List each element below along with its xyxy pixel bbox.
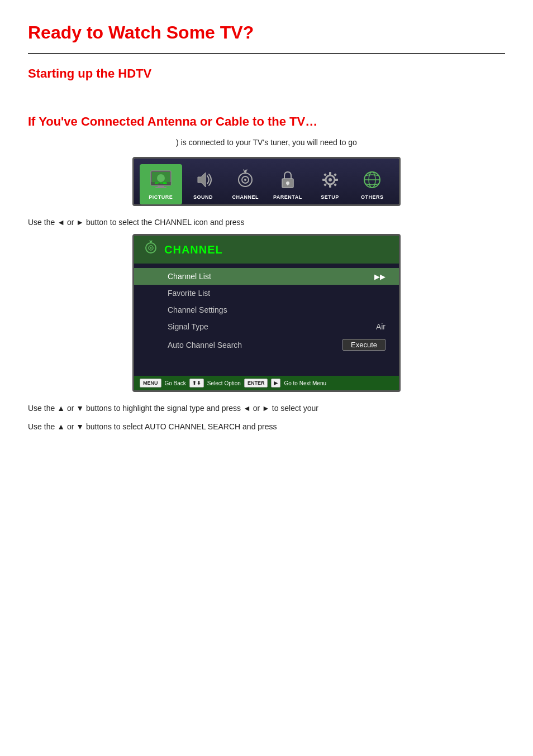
sound-label: SOUND <box>193 194 213 200</box>
execute-button[interactable]: Execute <box>342 339 386 351</box>
auto-channel-search-row: Auto Channel Search Execute <box>134 335 399 355</box>
enter-arrow: ▶ <box>271 379 280 387</box>
tv-menu-item-setup: SETUP <box>309 164 351 204</box>
channel-panel: CHANNEL Channel List ▶▶ Favorite List Ch… <box>132 234 401 392</box>
sound-icon <box>191 168 216 192</box>
tv-menu-item-parental: PARENTAL <box>266 164 309 204</box>
channel-settings-label: Channel Settings <box>168 305 227 314</box>
svg-rect-10 <box>245 170 246 173</box>
svg-rect-23 <box>334 183 337 186</box>
auto-channel-search-label: Auto Channel Search <box>168 341 242 350</box>
channel-list-value: ▶▶ <box>374 272 386 281</box>
section-divider <box>28 53 505 54</box>
svg-rect-22 <box>323 183 327 186</box>
svg-rect-21 <box>334 173 337 176</box>
channel-panel-title: CHANNEL <box>164 243 223 256</box>
svg-rect-3 <box>158 185 164 187</box>
svg-point-9 <box>244 179 246 181</box>
section1-title: Starting up the HDTV <box>28 66 505 81</box>
channel-menu-list: Channel List ▶▶ Favorite List Channel Se… <box>134 264 399 376</box>
svg-rect-30 <box>150 241 151 243</box>
svg-rect-13 <box>287 183 288 185</box>
svg-rect-4 <box>155 187 166 188</box>
channel-list-row: Channel List ▶▶ <box>134 268 399 285</box>
channel-icon-menu <box>233 168 258 192</box>
channel-settings-row: Channel Settings <box>134 302 399 318</box>
go-back-text: Go Back <box>165 380 186 386</box>
channel-list-label: Channel List <box>168 272 211 281</box>
parental-label: PARENTAL <box>273 194 302 200</box>
svg-rect-20 <box>323 173 327 176</box>
svg-rect-19 <box>335 179 338 181</box>
setup-icon <box>318 168 342 192</box>
signal-type-value: Air <box>376 322 386 331</box>
spacer <box>134 355 399 371</box>
svg-rect-18 <box>322 179 326 181</box>
select-option-arrows[interactable]: ⬆⬇ <box>189 379 204 387</box>
tv-menu-item-channel: CHANNEL <box>224 164 266 204</box>
tv-menu-image: PICTURE PICTURE SOUND <box>132 157 401 206</box>
section2-title: If You've Connected Antenna or Cable to … <box>28 114 505 129</box>
select-option-text: Select Option <box>207 380 241 386</box>
others-label: OTHERS <box>361 194 384 200</box>
svg-point-29 <box>150 247 152 249</box>
instruction1: Use the ◄ or ► button to select the CHAN… <box>28 216 505 228</box>
setup-label: SETUP <box>321 194 339 200</box>
favorite-list-label: Favorite List <box>168 289 210 298</box>
favorite-list-row: Favorite List <box>134 285 399 302</box>
signal-type-row: Signal Type Air <box>134 318 399 335</box>
parental-icon <box>275 168 300 192</box>
picture-label: PICTURE <box>149 194 173 200</box>
svg-point-2 <box>157 174 165 182</box>
channel-panel-header: CHANNEL <box>134 236 399 264</box>
svg-rect-17 <box>329 184 331 188</box>
channel-label: CHANNEL <box>232 194 259 200</box>
tv-menu-item-picture: PICTURE PICTURE <box>140 164 182 204</box>
go-next-text: Go to Next Menu <box>284 380 326 386</box>
picture-icon: PICTURE <box>149 168 173 192</box>
others-icon <box>360 168 384 192</box>
menu-button[interactable]: MENU <box>140 379 161 387</box>
svg-text:PICTURE: PICTURE <box>155 181 168 185</box>
body-text: ) is connected to your TV's tuner, you w… <box>28 138 505 147</box>
tv-menu-icons-row: PICTURE PICTURE SOUND <box>134 159 399 204</box>
tv-menu-item-others: OTHERS <box>351 164 393 204</box>
page-title: Ready to Watch Some TV? <box>28 22 505 43</box>
instruction2: Use the ▲ or ▼ buttons to highlight the … <box>28 402 505 414</box>
enter-button[interactable]: ENTER <box>244 379 268 387</box>
svg-rect-16 <box>329 172 331 175</box>
svg-point-15 <box>329 178 332 181</box>
signal-type-label: Signal Type <box>168 322 208 331</box>
tv-menu-item-sound: SOUND <box>182 164 225 204</box>
channel-panel-footer: MENU Go Back ⬆⬇ Select Option ENTER ▶ Go… <box>134 376 399 390</box>
channel-panel-icon <box>143 240 159 259</box>
instruction3: Use the ▲ or ▼ buttons to select AUTO CH… <box>28 420 505 433</box>
